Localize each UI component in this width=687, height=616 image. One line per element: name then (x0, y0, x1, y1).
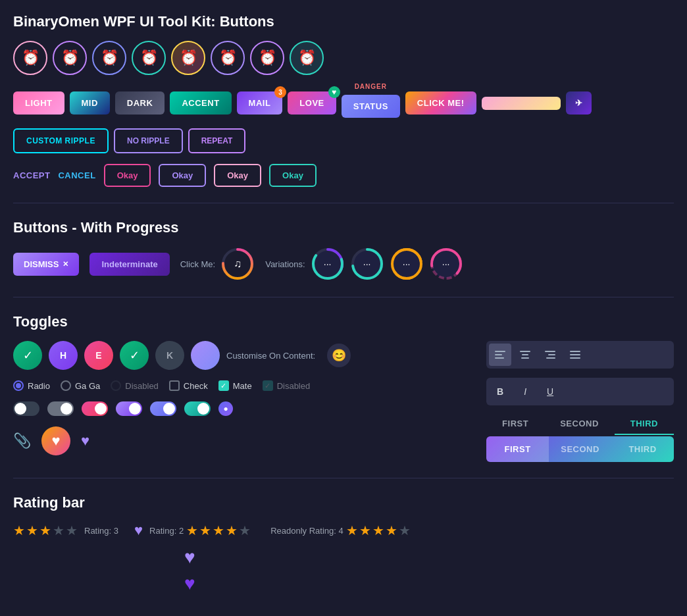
no-ripple-button[interactable]: NO RIPPLE (114, 128, 183, 153)
dialog-buttons-row: ACCEPT CANCEL Okay Okay Okay Okay (13, 164, 674, 187)
tab-body-second[interactable]: SECOND (549, 436, 611, 462)
variation-circle-3[interactable]: ··· (390, 247, 424, 281)
underline-button[interactable]: U (539, 380, 561, 403)
align-right-icon (545, 351, 555, 359)
light-button[interactable]: LIGHT (13, 91, 64, 115)
check-check[interactable]: Check (169, 380, 208, 391)
clickme-button[interactable]: CLICK ME! (405, 91, 476, 115)
check-check-input[interactable] (169, 380, 180, 391)
okay-button-4[interactable]: Okay (269, 164, 317, 187)
divider-1 (13, 203, 674, 203)
check-disabled[interactable]: ✓ Disabled (263, 380, 311, 391)
toggle-switch-teal[interactable] (184, 401, 211, 416)
variation-circle-1[interactable]: ··· (311, 247, 345, 281)
star-2-1[interactable]: ★ (186, 523, 198, 538)
radio-radio-input[interactable] (13, 380, 24, 391)
star-1-5[interactable]: ★ (66, 523, 78, 538)
clock-icons-row: ⏰ ⏰ ⏰ ⏰ ⏰ ⏰ ⏰ ⏰ (13, 41, 674, 75)
tab-body-first[interactable]: FIRST (486, 436, 549, 462)
radio-gaga-input[interactable] (61, 380, 71, 391)
main-buttons-row: LIGHT MID DARK ACCENT MAIL 3 LOVE ♥ DANG… (13, 88, 674, 118)
star-1-1[interactable]: ★ (13, 523, 25, 538)
cancel-button[interactable]: CANCEL (58, 170, 95, 180)
okay-button-3[interactable]: Okay (214, 164, 261, 187)
alignment-group (486, 341, 674, 369)
align-center-button[interactable] (514, 344, 536, 366)
icon-arrow-button[interactable]: ✈ (566, 91, 592, 115)
heart-dark-large[interactable]: ♥ (184, 573, 674, 594)
okay-button-1[interactable]: Okay (104, 164, 151, 187)
accept-button[interactable]: ACCEPT (13, 170, 50, 180)
variation-circle-2[interactable]: ··· (350, 247, 384, 281)
mail-button[interactable]: MAIL 3 (237, 91, 283, 115)
heart-gradient-button[interactable]: ♥ (41, 426, 70, 455)
clock-btn-3[interactable]: ⏰ (92, 41, 126, 75)
clock-btn-6[interactable]: ⏰ (211, 41, 245, 75)
radio-disabled[interactable]: Disabled (111, 380, 159, 391)
repeat-button[interactable]: REPEAT (188, 128, 246, 153)
toggle-circle-h[interactable]: H (49, 341, 78, 370)
radio-gaga[interactable]: Ga Ga (61, 380, 100, 391)
tab-third[interactable]: THIRD (615, 413, 674, 435)
star-3-1: ★ (346, 523, 358, 538)
indeterminate-button[interactable]: Indeterminate (89, 253, 169, 276)
italic-button[interactable]: I (514, 380, 536, 403)
star-2-3[interactable]: ★ (213, 523, 224, 538)
accent-button[interactable]: ACCENT (170, 91, 231, 115)
star-2-4[interactable]: ★ (226, 523, 238, 538)
star-2-5[interactable]: ★ (239, 523, 251, 538)
tab-first[interactable]: FIRST (486, 413, 544, 435)
love-button[interactable]: LOVE ♥ (288, 91, 336, 115)
align-right-button[interactable] (539, 344, 561, 366)
star-1-4[interactable]: ★ (53, 523, 64, 538)
clock-btn-1[interactable]: ⏰ (13, 41, 47, 75)
clock-btn-7[interactable]: ⏰ (250, 41, 284, 75)
status-button[interactable]: DANGER STATUS (342, 95, 400, 118)
clock-btn-2[interactable]: ⏰ (53, 41, 87, 75)
star-1-2[interactable]: ★ (26, 523, 38, 538)
clock-btn-4[interactable]: ⏰ (132, 41, 166, 75)
align-justify-button[interactable] (564, 344, 586, 366)
rating-row: ★ ★ ★ ★ ★ Rating: 3 ♥ Rating: 2 ★ ★ ★ ★ … (13, 522, 674, 539)
click-me-circle-button[interactable]: ♫ (220, 247, 255, 281)
tab-body-third[interactable]: THIRD (611, 436, 674, 462)
star-2-2[interactable]: ★ (199, 523, 211, 538)
okay-button-2[interactable]: Okay (159, 164, 206, 187)
star-rating-1: ★ ★ ★ ★ ★ Rating: 3 (13, 523, 118, 538)
clock-btn-5[interactable]: ⏰ (171, 41, 205, 75)
star-1-3[interactable]: ★ (39, 523, 51, 538)
align-left-button[interactable] (489, 344, 511, 366)
check-mate-input[interactable]: ✓ (218, 380, 229, 391)
toggle-switch-purple[interactable] (116, 401, 142, 416)
tab-second[interactable]: SECOND (544, 413, 615, 435)
check-check-label: Check (184, 381, 208, 391)
radio-radio-label: Radio (28, 381, 50, 391)
toggle-circle-check2[interactable]: ✓ (120, 341, 149, 370)
align-center-icon (520, 351, 530, 359)
heart-filled-large[interactable]: ♥ (184, 547, 674, 568)
mid-button[interactable]: MID (70, 91, 110, 115)
check-mate[interactable]: ✓ Mate (218, 380, 252, 391)
toggle-switch-off[interactable] (13, 401, 39, 416)
toggle-switch-blue[interactable] (150, 401, 176, 416)
dismiss-button[interactable]: DISMISS ✕ (13, 253, 79, 276)
heart-purple-icon[interactable]: ♥ (81, 432, 89, 449)
toggle-circle-purple[interactable] (191, 341, 220, 370)
radio-radio[interactable]: Radio (13, 380, 50, 391)
toggle-circle-k[interactable]: K (155, 341, 184, 370)
toggle-switch-gray[interactable] (47, 401, 74, 416)
toggles-section: Toggles ✓ H E ✓ K Customise On Content: … (13, 313, 674, 462)
toggle-circle-e[interactable]: E (84, 341, 113, 370)
toggle-switch-pink[interactable] (82, 401, 108, 416)
rating-section: Rating bar ★ ★ ★ ★ ★ Rating: 3 ♥ Rating:… (13, 494, 674, 594)
clock-btn-8[interactable]: ⏰ (290, 41, 324, 75)
pin-icon[interactable]: 📎 (13, 432, 31, 449)
toggle-circle-check1[interactable]: ✓ (13, 341, 42, 370)
emoji-button[interactable]: 😊 (327, 344, 351, 367)
gradient-pink-button[interactable] (482, 97, 561, 110)
toggle-special[interactable]: ● (218, 401, 233, 416)
custom-ripple-button[interactable]: CUSTOM RIPPLE (13, 128, 109, 153)
variation-circle-4[interactable]: ··· (429, 247, 463, 281)
dark-button[interactable]: DARK (115, 91, 165, 115)
bold-button[interactable]: B (489, 380, 511, 403)
